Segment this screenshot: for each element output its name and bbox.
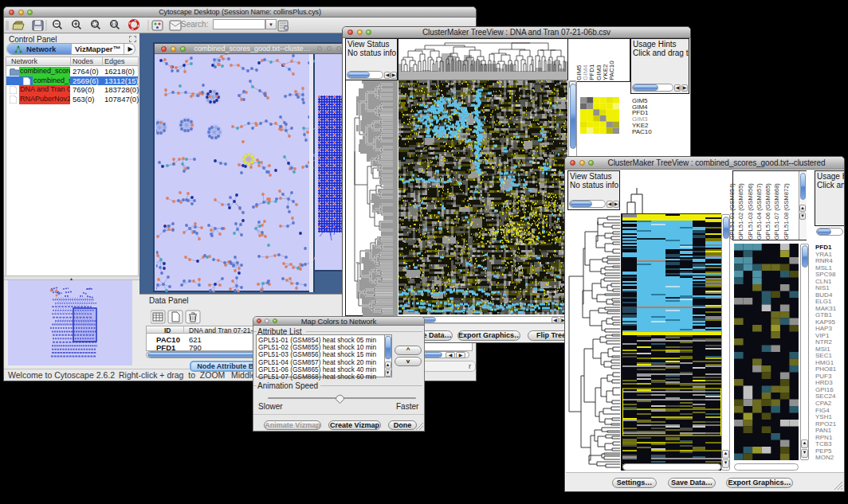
svg-text:1:1: 1:1 — [112, 22, 117, 26]
